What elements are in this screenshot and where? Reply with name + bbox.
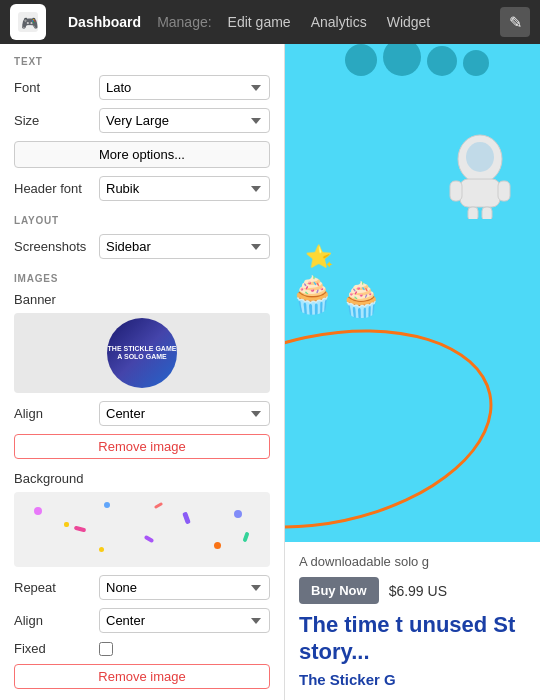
nav-analytics[interactable]: Analytics [301, 14, 377, 30]
fixed-row: Fixed [14, 641, 270, 656]
confetti-6 [214, 542, 221, 549]
astronaut-svg [440, 129, 520, 219]
banner-align-row: Align Center Left Right [14, 401, 270, 426]
confetti-1 [34, 507, 42, 515]
bubble-2 [383, 44, 421, 76]
buy-row: Buy Now $6.99 US [299, 577, 526, 604]
cupcake-sticker-2: 🧁 [340, 279, 382, 319]
bubble-1 [345, 44, 377, 76]
main-content: TEXT Font Lato Arial Roboto Size Very La… [0, 44, 540, 700]
svg-rect-8 [482, 207, 492, 219]
repeat-row: Repeat None Repeat Repeat-X Repeat-Y [14, 575, 270, 600]
remove-bg-button[interactable]: Remove image [14, 664, 270, 689]
confetti-11 [234, 510, 242, 518]
bubble-4 [463, 50, 489, 76]
bubble-3 [427, 46, 457, 76]
preview-content: A downloadable solo g Buy Now $6.99 US T… [285, 542, 540, 700]
layout-section-label: LAYOUT [14, 215, 270, 226]
confetti-2 [64, 522, 69, 527]
header-font-row: Header font Rubik Arial Georgia [14, 176, 270, 201]
astronaut-decoration [440, 134, 520, 214]
more-options-button[interactable]: More options... [14, 141, 270, 168]
app-logo: 🎮 [10, 4, 46, 40]
font-row: Font Lato Arial Roboto [14, 75, 270, 100]
svg-rect-5 [450, 181, 462, 201]
preview-description: A downloadable solo g [299, 554, 526, 569]
banner-align-select[interactable]: Center Left Right [99, 401, 270, 426]
confetti-10 [242, 532, 249, 543]
svg-rect-7 [468, 207, 478, 219]
screenshots-row: Screenshots Sidebar Top None [14, 234, 270, 259]
confetti-5 [182, 512, 191, 525]
confetti-7 [74, 526, 87, 533]
price-text: $6.99 US [389, 583, 447, 599]
banner-label: Banner [14, 292, 99, 307]
bg-align-select[interactable]: Center Left Right [99, 608, 270, 633]
confetti-4 [144, 535, 155, 543]
decoration-bubbles [345, 44, 489, 76]
confetti-9 [154, 502, 163, 509]
banner-align-label: Align [14, 406, 99, 421]
size-row: Size Very Large Large Medium Small [14, 108, 270, 133]
preview-title: The time t unused St story... [299, 612, 526, 665]
bg-align-row: Align Center Left Right [14, 608, 270, 633]
nav-dashboard[interactable]: Dashboard [58, 14, 151, 30]
images-section-label: IMAGES [14, 273, 270, 284]
background-preview [14, 492, 270, 567]
buy-now-button[interactable]: Buy Now [299, 577, 379, 604]
star-sticker-2: ✦ [325, 259, 333, 270]
text-section-label: TEXT [14, 56, 270, 67]
svg-point-3 [466, 142, 494, 172]
fixed-label: Fixed [14, 641, 99, 656]
banner-inner-text: THE STICKLE GAME A SOLO GAME [107, 345, 177, 362]
svg-rect-6 [498, 181, 510, 201]
preview-subtitle: The Sticker G [299, 671, 526, 688]
nav-widget[interactable]: Widget [377, 14, 441, 30]
cupcake-sticker-1: 🧁 [290, 274, 335, 316]
repeat-select[interactable]: None Repeat Repeat-X Repeat-Y [99, 575, 270, 600]
header-font-select[interactable]: Rubik Arial Georgia [99, 176, 270, 201]
banner-image: THE STICKLE GAME A SOLO GAME [107, 318, 177, 388]
edit-button[interactable]: ✎ [500, 7, 530, 37]
fixed-checkbox[interactable] [99, 642, 113, 656]
confetti-3 [104, 502, 110, 508]
banner-preview: THE STICKLE GAME A SOLO GAME [14, 313, 270, 393]
remove-banner-button[interactable]: Remove image [14, 434, 270, 459]
header-font-label: Header font [14, 181, 99, 196]
nav-manage-label: Manage: [151, 14, 217, 30]
left-panel: TEXT Font Lato Arial Roboto Size Very La… [0, 44, 285, 700]
svg-text:🎮: 🎮 [21, 15, 39, 32]
right-panel: ⭐ ✦ 🧁 🧁 🥑 A downloadable solo g Buy Now … [285, 44, 540, 700]
font-label: Font [14, 80, 99, 95]
font-select[interactable]: Lato Arial Roboto [99, 75, 270, 100]
background-label: Background [14, 471, 99, 486]
svg-rect-4 [460, 179, 500, 207]
confetti-8 [99, 547, 104, 552]
repeat-label: Repeat [14, 580, 99, 595]
oval-annotation [285, 301, 511, 558]
size-label: Size [14, 113, 99, 128]
nav-edit-game[interactable]: Edit game [218, 14, 301, 30]
bg-align-label: Align [14, 613, 99, 628]
logo-icon: 🎮 [16, 10, 40, 34]
size-select[interactable]: Very Large Large Medium Small [99, 108, 270, 133]
top-nav: 🎮 Dashboard Manage: Edit game Analytics … [0, 0, 540, 44]
screenshots-label: Screenshots [14, 239, 99, 254]
screenshots-select[interactable]: Sidebar Top None [99, 234, 270, 259]
